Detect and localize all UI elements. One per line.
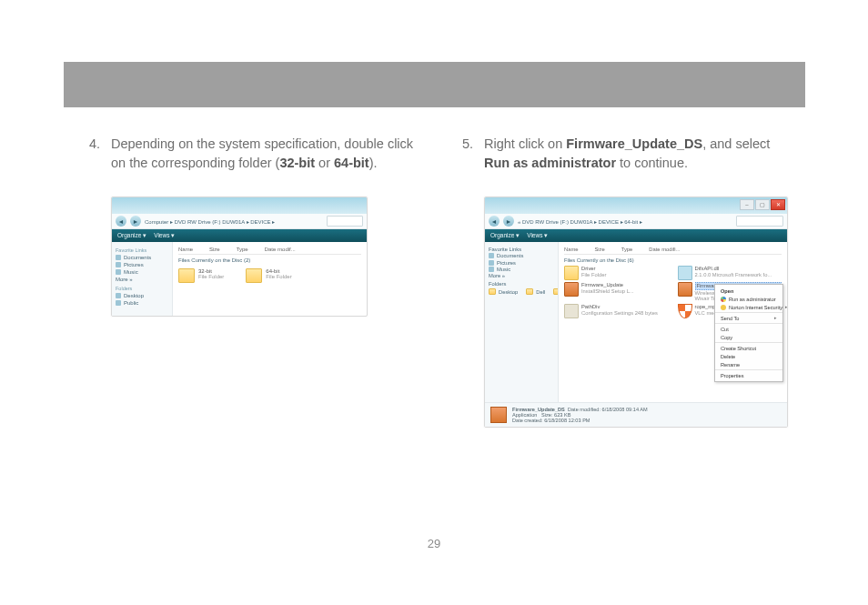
file-item: DifxAPI.dll2.1.0.0 Microsoft Framework f… [678, 266, 782, 280]
breadcrumb: Computer ▸ DVD RW Drive (F:) DUW01A ▸ DE… [145, 218, 323, 225]
file-item: Firmware_UpdateInstallShield Setup L... [564, 282, 669, 302]
maximize-icon: ▢ [755, 199, 770, 210]
section-header [64, 62, 805, 107]
forward-icon: ► [503, 216, 514, 227]
folder-icon [246, 268, 262, 283]
step-number: 5. [453, 135, 473, 173]
cfg-icon [564, 304, 579, 318]
context-menu: Open Run as administrator Norton Interne… [714, 284, 783, 382]
folder-icon [178, 268, 195, 283]
img-icon [678, 266, 692, 280]
breadcrumb: « DVD RW Drive (F:) DUW01A ▸ DEVICE ▸ 64… [518, 218, 732, 225]
step-4: 4. Depending on the system specification… [80, 135, 417, 173]
file-pane: Name Size Type Date modifi... Files Curr… [559, 242, 787, 404]
sidebar-heading: Favorite Links [116, 247, 168, 253]
sidebar-heading: Favorite Links [489, 247, 554, 252]
page-number: 29 [0, 537, 868, 550]
step-body: Right click on Firmware_Update_DS, and s… [484, 135, 790, 173]
window-titlebar: – ▢ ✕ [485, 197, 787, 214]
toolbar: Organize ▾ Views ▾ [485, 229, 787, 242]
ctx-shortcut: Create Shortcut [715, 344, 782, 352]
ctx-delete: Delete [715, 352, 782, 360]
sidebar-tree: Favorite Links Documents Pictures Music … [485, 242, 559, 404]
sidebar-item: Desktop [116, 293, 168, 298]
window-titlebar [112, 197, 367, 214]
folder-item: 64-bitFile Folder [246, 268, 291, 283]
sidebar-item: Music [116, 269, 168, 275]
sidebar-item: Music [489, 267, 554, 272]
file-group: Files Currently on the Disc (6) [564, 257, 782, 263]
column-header: Name Size Type Date modif... [178, 245, 361, 255]
details-pane: Firmware_Update_DS Date modified: 6/18/2… [485, 402, 787, 427]
tree-item: Public [548, 288, 559, 295]
forward-icon: ► [130, 216, 141, 227]
views-menu: Views ▾ [154, 232, 175, 239]
step-body: Depending on the system specification, d… [111, 135, 417, 173]
ctx-rename: Rename [715, 360, 782, 368]
sidebar-heading: Folders [116, 286, 168, 291]
sidebar-item: More » [489, 273, 554, 278]
file-item: PathDivConfiguration Settings 248 bytes [564, 304, 669, 318]
organize-menu: Organize ▾ [117, 232, 146, 239]
sidebar-item: Pictures [116, 262, 168, 267]
address-bar: ◄ ► Computer ▸ DVD RW Drive (F:) DUW01A … [112, 214, 367, 229]
fold-icon [564, 266, 579, 280]
column-header: Name Size Type Date modifi... [564, 245, 782, 255]
step-number: 4. [80, 135, 100, 173]
tree-item: Dell [520, 288, 545, 295]
search-input [327, 216, 363, 227]
tree-item: Desktop [489, 288, 518, 295]
minimize-icon: – [740, 199, 754, 210]
sidebar-item: More » [116, 277, 168, 282]
ctx-send-to: Send To [715, 314, 782, 322]
ctx-norton: Norton Internet Security [715, 303, 782, 311]
sidebar: Favorite Links Documents Pictures Music … [112, 242, 173, 317]
sidebar-heading: Folders [489, 281, 554, 287]
ctx-run-admin: Run as administrator [715, 295, 782, 303]
close-icon: ✕ [771, 199, 785, 210]
file-pane: Name Size Type Date modif... Files Curre… [173, 242, 367, 317]
norton-icon [721, 305, 726, 310]
file-group: Files Currently on the Disc (2) [178, 257, 361, 263]
back-icon: ◄ [489, 216, 500, 227]
sidebar-item: Public [116, 300, 168, 306]
shield-icon [721, 297, 726, 302]
step-5: 5. Right click on Firmware_Update_DS, an… [453, 135, 790, 173]
exe-icon [564, 282, 579, 297]
organize-menu: Organize ▾ [490, 232, 520, 239]
sidebar-item: Pictures [489, 260, 554, 266]
ctx-properties: Properties [715, 371, 782, 379]
ctx-copy: Copy [715, 333, 782, 341]
toolbar: Organize ▾ Views ▾ [112, 229, 367, 242]
address-bar: ◄ ► « DVD RW Drive (F:) DUW01A ▸ DEVICE … [485, 214, 787, 229]
views-menu: Views ▾ [527, 232, 548, 239]
screenshot-step5: – ▢ ✕ ◄ ► « DVD RW Drive (F:) DUW01A ▸ D… [484, 197, 788, 428]
file-item: DriverFile Folder [564, 266, 669, 280]
exe-icon [490, 407, 507, 423]
search-input [736, 216, 783, 227]
ctx-open: Open [715, 287, 782, 295]
screenshot-step4: ◄ ► Computer ▸ DVD RW Drive (F:) DUW01A … [111, 197, 368, 317]
ctx-cut: Cut [715, 325, 782, 333]
back-icon: ◄ [116, 216, 126, 227]
vlc-icon [678, 304, 692, 318]
sidebar-item: Documents [489, 253, 554, 258]
folder-item: 32-bitFile Folder [178, 268, 224, 283]
sidebar-item: Documents [116, 255, 168, 260]
exe-icon [678, 282, 692, 297]
